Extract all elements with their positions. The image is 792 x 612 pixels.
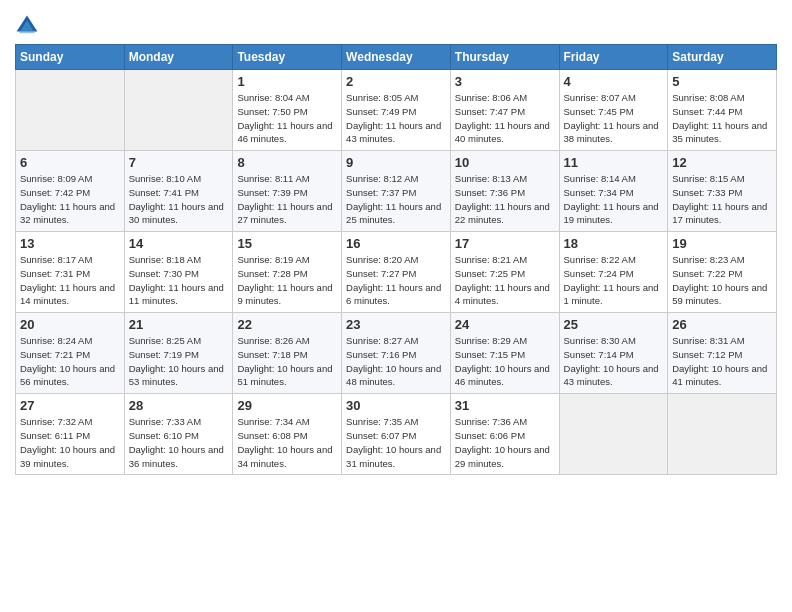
cell-info: Sunrise: 8:06 AM Sunset: 7:47 PM Dayligh… xyxy=(455,91,555,146)
calendar-table: SundayMondayTuesdayWednesdayThursdayFrid… xyxy=(15,44,777,475)
day-number: 27 xyxy=(20,398,120,413)
week-row-5: 27Sunrise: 7:32 AM Sunset: 6:11 PM Dayli… xyxy=(16,394,777,475)
cell-info: Sunrise: 8:08 AM Sunset: 7:44 PM Dayligh… xyxy=(672,91,772,146)
day-number: 13 xyxy=(20,236,120,251)
day-number: 8 xyxy=(237,155,337,170)
calendar-cell: 26Sunrise: 8:31 AM Sunset: 7:12 PM Dayli… xyxy=(668,313,777,394)
calendar-cell: 29Sunrise: 7:34 AM Sunset: 6:08 PM Dayli… xyxy=(233,394,342,475)
day-number: 30 xyxy=(346,398,446,413)
calendar-cell: 28Sunrise: 7:33 AM Sunset: 6:10 PM Dayli… xyxy=(124,394,233,475)
day-number: 25 xyxy=(564,317,664,332)
cell-info: Sunrise: 8:04 AM Sunset: 7:50 PM Dayligh… xyxy=(237,91,337,146)
cell-info: Sunrise: 8:07 AM Sunset: 7:45 PM Dayligh… xyxy=(564,91,664,146)
calendar-cell: 14Sunrise: 8:18 AM Sunset: 7:30 PM Dayli… xyxy=(124,232,233,313)
day-number: 31 xyxy=(455,398,555,413)
calendar-cell: 24Sunrise: 8:29 AM Sunset: 7:15 PM Dayli… xyxy=(450,313,559,394)
day-number: 2 xyxy=(346,74,446,89)
cell-info: Sunrise: 8:22 AM Sunset: 7:24 PM Dayligh… xyxy=(564,253,664,308)
cell-info: Sunrise: 8:11 AM Sunset: 7:39 PM Dayligh… xyxy=(237,172,337,227)
day-number: 16 xyxy=(346,236,446,251)
calendar-page: SundayMondayTuesdayWednesdayThursdayFrid… xyxy=(0,0,792,612)
weekday-header-sunday: Sunday xyxy=(16,45,125,70)
cell-info: Sunrise: 7:34 AM Sunset: 6:08 PM Dayligh… xyxy=(237,415,337,470)
cell-info: Sunrise: 7:36 AM Sunset: 6:06 PM Dayligh… xyxy=(455,415,555,470)
day-number: 10 xyxy=(455,155,555,170)
cell-info: Sunrise: 8:21 AM Sunset: 7:25 PM Dayligh… xyxy=(455,253,555,308)
cell-info: Sunrise: 8:31 AM Sunset: 7:12 PM Dayligh… xyxy=(672,334,772,389)
cell-info: Sunrise: 8:26 AM Sunset: 7:18 PM Dayligh… xyxy=(237,334,337,389)
page-header xyxy=(15,10,777,38)
calendar-cell: 13Sunrise: 8:17 AM Sunset: 7:31 PM Dayli… xyxy=(16,232,125,313)
cell-info: Sunrise: 8:18 AM Sunset: 7:30 PM Dayligh… xyxy=(129,253,229,308)
cell-info: Sunrise: 8:27 AM Sunset: 7:16 PM Dayligh… xyxy=(346,334,446,389)
cell-info: Sunrise: 8:20 AM Sunset: 7:27 PM Dayligh… xyxy=(346,253,446,308)
cell-info: Sunrise: 8:17 AM Sunset: 7:31 PM Dayligh… xyxy=(20,253,120,308)
calendar-cell: 31Sunrise: 7:36 AM Sunset: 6:06 PM Dayli… xyxy=(450,394,559,475)
cell-info: Sunrise: 8:24 AM Sunset: 7:21 PM Dayligh… xyxy=(20,334,120,389)
day-number: 15 xyxy=(237,236,337,251)
calendar-cell: 27Sunrise: 7:32 AM Sunset: 6:11 PM Dayli… xyxy=(16,394,125,475)
cell-info: Sunrise: 8:15 AM Sunset: 7:33 PM Dayligh… xyxy=(672,172,772,227)
calendar-cell xyxy=(668,394,777,475)
day-number: 7 xyxy=(129,155,229,170)
week-row-4: 20Sunrise: 8:24 AM Sunset: 7:21 PM Dayli… xyxy=(16,313,777,394)
calendar-cell: 30Sunrise: 7:35 AM Sunset: 6:07 PM Dayli… xyxy=(342,394,451,475)
day-number: 6 xyxy=(20,155,120,170)
weekday-header-friday: Friday xyxy=(559,45,668,70)
cell-info: Sunrise: 8:19 AM Sunset: 7:28 PM Dayligh… xyxy=(237,253,337,308)
calendar-cell: 10Sunrise: 8:13 AM Sunset: 7:36 PM Dayli… xyxy=(450,151,559,232)
day-number: 24 xyxy=(455,317,555,332)
weekday-header-row: SundayMondayTuesdayWednesdayThursdayFrid… xyxy=(16,45,777,70)
day-number: 21 xyxy=(129,317,229,332)
day-number: 17 xyxy=(455,236,555,251)
weekday-header-thursday: Thursday xyxy=(450,45,559,70)
calendar-cell: 23Sunrise: 8:27 AM Sunset: 7:16 PM Dayli… xyxy=(342,313,451,394)
calendar-cell: 8Sunrise: 8:11 AM Sunset: 7:39 PM Daylig… xyxy=(233,151,342,232)
calendar-cell: 1Sunrise: 8:04 AM Sunset: 7:50 PM Daylig… xyxy=(233,70,342,151)
calendar-cell: 17Sunrise: 8:21 AM Sunset: 7:25 PM Dayli… xyxy=(450,232,559,313)
weekday-header-monday: Monday xyxy=(124,45,233,70)
day-number: 12 xyxy=(672,155,772,170)
day-number: 28 xyxy=(129,398,229,413)
day-number: 11 xyxy=(564,155,664,170)
day-number: 19 xyxy=(672,236,772,251)
calendar-cell: 12Sunrise: 8:15 AM Sunset: 7:33 PM Dayli… xyxy=(668,151,777,232)
logo xyxy=(15,14,43,38)
cell-info: Sunrise: 8:23 AM Sunset: 7:22 PM Dayligh… xyxy=(672,253,772,308)
cell-info: Sunrise: 8:09 AM Sunset: 7:42 PM Dayligh… xyxy=(20,172,120,227)
calendar-cell: 16Sunrise: 8:20 AM Sunset: 7:27 PM Dayli… xyxy=(342,232,451,313)
calendar-cell: 18Sunrise: 8:22 AM Sunset: 7:24 PM Dayli… xyxy=(559,232,668,313)
calendar-cell: 20Sunrise: 8:24 AM Sunset: 7:21 PM Dayli… xyxy=(16,313,125,394)
calendar-cell: 15Sunrise: 8:19 AM Sunset: 7:28 PM Dayli… xyxy=(233,232,342,313)
cell-info: Sunrise: 8:05 AM Sunset: 7:49 PM Dayligh… xyxy=(346,91,446,146)
calendar-cell: 6Sunrise: 8:09 AM Sunset: 7:42 PM Daylig… xyxy=(16,151,125,232)
weekday-header-tuesday: Tuesday xyxy=(233,45,342,70)
day-number: 23 xyxy=(346,317,446,332)
week-row-1: 1Sunrise: 8:04 AM Sunset: 7:50 PM Daylig… xyxy=(16,70,777,151)
cell-info: Sunrise: 8:14 AM Sunset: 7:34 PM Dayligh… xyxy=(564,172,664,227)
cell-info: Sunrise: 8:30 AM Sunset: 7:14 PM Dayligh… xyxy=(564,334,664,389)
calendar-cell: 25Sunrise: 8:30 AM Sunset: 7:14 PM Dayli… xyxy=(559,313,668,394)
day-number: 3 xyxy=(455,74,555,89)
calendar-cell: 3Sunrise: 8:06 AM Sunset: 7:47 PM Daylig… xyxy=(450,70,559,151)
day-number: 26 xyxy=(672,317,772,332)
calendar-cell: 21Sunrise: 8:25 AM Sunset: 7:19 PM Dayli… xyxy=(124,313,233,394)
week-row-3: 13Sunrise: 8:17 AM Sunset: 7:31 PM Dayli… xyxy=(16,232,777,313)
calendar-cell: 9Sunrise: 8:12 AM Sunset: 7:37 PM Daylig… xyxy=(342,151,451,232)
weekday-header-wednesday: Wednesday xyxy=(342,45,451,70)
calendar-cell xyxy=(16,70,125,151)
day-number: 9 xyxy=(346,155,446,170)
cell-info: Sunrise: 7:35 AM Sunset: 6:07 PM Dayligh… xyxy=(346,415,446,470)
cell-info: Sunrise: 7:32 AM Sunset: 6:11 PM Dayligh… xyxy=(20,415,120,470)
cell-info: Sunrise: 8:12 AM Sunset: 7:37 PM Dayligh… xyxy=(346,172,446,227)
cell-info: Sunrise: 8:29 AM Sunset: 7:15 PM Dayligh… xyxy=(455,334,555,389)
day-number: 20 xyxy=(20,317,120,332)
day-number: 14 xyxy=(129,236,229,251)
calendar-cell xyxy=(124,70,233,151)
day-number: 29 xyxy=(237,398,337,413)
day-number: 22 xyxy=(237,317,337,332)
day-number: 18 xyxy=(564,236,664,251)
logo-icon xyxy=(15,14,39,38)
cell-info: Sunrise: 8:10 AM Sunset: 7:41 PM Dayligh… xyxy=(129,172,229,227)
day-number: 1 xyxy=(237,74,337,89)
